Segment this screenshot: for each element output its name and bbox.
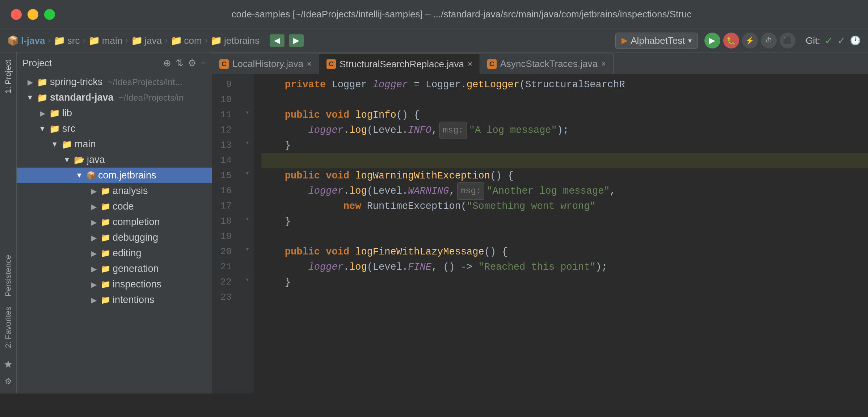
tree-item-debugging[interactable]: ▶ 📁 debugging xyxy=(17,230,212,245)
debug-button[interactable]: 🐛 xyxy=(723,33,739,49)
run-configuration[interactable]: ▶ AlphabetTest ▾ xyxy=(615,33,698,49)
code-line-16: logger . log (Level. WARNING , msg: "Ano… xyxy=(261,184,868,199)
folder-icon-main: 📁 xyxy=(62,139,72,149)
package-icon-debugging: 📁 xyxy=(101,233,110,243)
tree-item-inspections[interactable]: ▶ 📁 inspections xyxy=(17,277,212,292)
tree-arrow-java: ▼ xyxy=(62,155,72,165)
line-num-20: 20 xyxy=(212,244,237,260)
gutter-23 xyxy=(241,287,254,302)
module-icon-standard-java: 📁 xyxy=(37,93,48,103)
gutter-19 xyxy=(241,226,254,241)
hint-msg-loginfo: msg: xyxy=(439,122,467,139)
tree-item-lib[interactable]: ▶ 📁 lib xyxy=(17,105,212,121)
tree-item-generation[interactable]: ▶ 📁 generation xyxy=(17,261,212,277)
tree-label-completion: completion xyxy=(113,216,160,228)
code-line-13: } xyxy=(261,138,868,153)
package-icon-editing: 📁 xyxy=(101,249,110,258)
run-button[interactable]: ▶ xyxy=(704,33,720,49)
code-editor[interactable]: 9 10 11 12 13 14 15 16 17 18 19 20 21 22… xyxy=(212,74,868,393)
navigate-forward-button[interactable]: ▶ xyxy=(289,34,304,47)
breadcrumb-item-main[interactable]: 📁 main xyxy=(88,35,122,46)
tab-localhistory[interactable]: C LocalHistory.java × xyxy=(212,54,319,74)
tree-arrow-debugging: ▶ xyxy=(89,233,98,243)
close-button[interactable] xyxy=(11,9,22,20)
tree-item-code[interactable]: ▶ 📁 code xyxy=(17,199,212,214)
tree-item-java[interactable]: ▼ 📂 java xyxy=(17,152,212,168)
maximize-button[interactable] xyxy=(44,9,55,20)
tree-item-completion[interactable]: ▶ 📁 completion xyxy=(17,214,212,230)
tree-label-intentions: intentions xyxy=(113,294,155,306)
gutter-15[interactable]: ▾ xyxy=(241,165,254,181)
tab-asyncstack[interactable]: C AsyncStackTraces.java × xyxy=(480,54,614,74)
code-line-9: private Logger logger = Logger. getLogge… xyxy=(261,77,868,92)
folder-icon-lib: 📁 xyxy=(49,108,60,118)
gutter-20[interactable]: ▾ xyxy=(241,241,254,257)
tree-label-debugging: debugging xyxy=(113,232,158,243)
tree-arrow-src: ▼ xyxy=(38,124,47,134)
git-commit-button[interactable]: ✓ xyxy=(825,35,833,47)
tab-icon-structuralsearch: C xyxy=(326,59,336,69)
filter-icon[interactable]: ⇅ xyxy=(176,58,184,69)
project-panel-header: Project ⊕ ⇅ ⚙ − xyxy=(17,52,212,74)
line-num-10: 10 xyxy=(212,92,237,108)
tree-item-analysis[interactable]: ▶ 📁 analysis xyxy=(17,183,212,199)
run-config-dropdown-icon[interactable]: ▾ xyxy=(688,36,692,45)
tree-item-main[interactable]: ▼ 📁 main xyxy=(17,136,212,152)
folder-icon: 📁 xyxy=(170,35,182,46)
gutter-22[interactable]: ▾ xyxy=(241,272,254,287)
breadcrumb-item-jetbrains[interactable]: 📁 jetbrains xyxy=(210,35,260,46)
tree-item-spring-tricks[interactable]: ▶ 📁 spring-tricks ~/IdeaProjects/int... xyxy=(17,74,212,90)
tree-arrow-code: ▶ xyxy=(89,202,98,211)
folder-icon: 📁 xyxy=(210,35,222,46)
tree-item-standard-java[interactable]: ▼ 📁 standard-java ~/IdeaProjects/in xyxy=(17,90,212,105)
gutter-14 xyxy=(241,150,254,165)
git-push-button[interactable]: ✓ xyxy=(837,35,846,47)
breadcrumb-item-com[interactable]: 📁 com xyxy=(170,35,202,46)
folder-icon: 📁 xyxy=(88,35,100,46)
fold-15: ▾ xyxy=(245,169,249,177)
line-num-14: 14 xyxy=(212,153,237,168)
navigate-back-button[interactable]: ◀ xyxy=(270,34,285,47)
gutter-13[interactable]: ▾ xyxy=(241,135,254,150)
code-gutter: ▾ ▾ ▾ ▾ ▾ ▾ xyxy=(241,74,254,393)
tree-item-editing[interactable]: ▶ 📁 editing xyxy=(17,245,212,261)
code-line-22: } xyxy=(261,275,868,290)
breadcrumb-item-java[interactable]: 📁 java xyxy=(131,35,162,46)
profile-button[interactable]: ⏱ xyxy=(761,33,777,49)
breadcrumb-item-src[interactable]: 📁 src xyxy=(54,35,80,46)
tab-structuralsearch[interactable]: C StructuralSearchReplace.java × xyxy=(319,54,480,74)
build-button[interactable]: ⬛ xyxy=(780,33,796,49)
tab-close-structuralsearch[interactable]: × xyxy=(468,59,472,69)
gutter-11[interactable]: ▾ xyxy=(241,105,254,120)
tab-close-localhistory[interactable]: × xyxy=(307,59,312,69)
breadcrumb: 📦 l-java › 📁 src › 📁 main › 📁 java › 📁 c… xyxy=(0,29,868,52)
tree-item-src[interactable]: ▼ 📁 src xyxy=(17,121,212,136)
sidebar-tab-favorites[interactable]: 2: Favorites xyxy=(1,303,15,352)
line-num-17: 17 xyxy=(212,199,237,214)
code-content[interactable]: private Logger logger = Logger. getLogge… xyxy=(254,74,868,393)
gutter-18[interactable]: ▾ xyxy=(241,211,254,226)
collapse-icon[interactable]: − xyxy=(201,58,206,69)
favorites-star-icon: ★ xyxy=(4,358,13,370)
line-num-19: 19 xyxy=(212,229,237,244)
git-history-button[interactable]: 🕐 xyxy=(850,35,861,46)
minimize-button[interactable] xyxy=(28,9,38,20)
tab-close-asyncstack[interactable]: × xyxy=(601,59,606,69)
fold-18: ▾ xyxy=(245,215,249,223)
breadcrumb-item-module[interactable]: 📦 l-java xyxy=(7,35,45,46)
folder-icon-src: 📁 xyxy=(49,124,60,134)
tree-item-intentions[interactable]: ▶ 📁 intentions xyxy=(17,292,212,308)
tree-arrow-editing: ▶ xyxy=(89,249,98,258)
sidebar-tab-persistence[interactable]: Persistence xyxy=(1,251,15,300)
sidebar-tab-project[interactable]: 1: Project xyxy=(1,56,15,97)
settings-icon[interactable]: ⚙ xyxy=(188,58,196,69)
locate-icon[interactable]: ⊕ xyxy=(163,58,171,69)
fold-20: ▾ xyxy=(245,245,249,253)
tree-arrow-com-jetbrains: ▼ xyxy=(75,171,84,180)
gutter-16 xyxy=(241,181,254,196)
coverage-button[interactable]: ⚡ xyxy=(742,33,758,49)
tree-item-com-jetbrains[interactable]: ▼ 📦 com.jetbrains xyxy=(17,168,212,183)
code-line-23 xyxy=(261,290,868,305)
line-num-21: 21 xyxy=(212,260,237,275)
code-line-19 xyxy=(261,229,868,244)
